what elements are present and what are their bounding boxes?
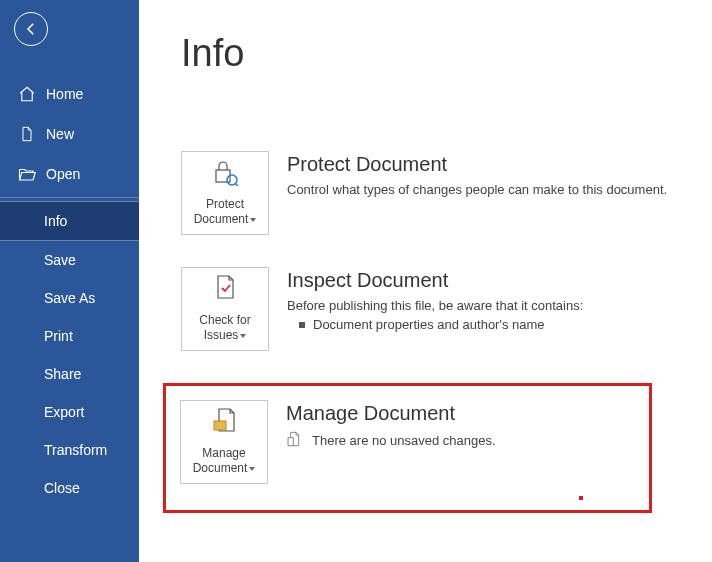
nav-label: Save As [44, 290, 95, 306]
nav-print[interactable]: Print [0, 317, 139, 355]
inspect-desc: Before publishing this file, be aware th… [287, 298, 692, 313]
protect-document-button[interactable]: Protect Document [181, 151, 269, 235]
check-for-issues-button[interactable]: Check for Issues [181, 267, 269, 351]
tile-line1: Manage [202, 446, 245, 462]
page-title: Info [181, 32, 692, 75]
inspect-item: Document properties and author's name [287, 317, 692, 332]
bullet-icon [299, 322, 305, 328]
nav-label: Export [44, 404, 84, 420]
nav-label: New [46, 126, 74, 142]
nav-info[interactable]: Info [0, 201, 139, 241]
inspect-bullet-text: Document properties and author's name [313, 317, 545, 332]
chevron-down-icon [250, 218, 256, 222]
lock-icon [210, 158, 240, 191]
check-document-icon [210, 274, 240, 307]
nav-home[interactable]: Home [0, 74, 139, 114]
manage-highlight: Manage Document Manage Document There ar… [163, 383, 652, 513]
manage-status: There are no unsaved changes. [312, 433, 496, 448]
nav-new[interactable]: New [0, 114, 139, 154]
backstage-sidebar: Home New Open Info Save Save As Print Sh… [0, 0, 139, 562]
tile-line1: Protect [206, 197, 244, 213]
svg-rect-2 [214, 421, 226, 430]
protect-desc: Control what types of changes people can… [287, 182, 692, 197]
nav-save-as[interactable]: Save As [0, 279, 139, 317]
nav-save[interactable]: Save [0, 241, 139, 279]
manage-title: Manage Document [286, 402, 635, 425]
manage-document-button[interactable]: Manage Document [180, 400, 268, 484]
document-icon [18, 125, 36, 143]
nav-label: Home [46, 86, 83, 102]
tile-line2: Document [193, 461, 248, 475]
tile-line2: Document [194, 212, 249, 226]
nav-separator [0, 197, 139, 198]
home-icon [18, 85, 36, 103]
tile-line2: Issues [204, 328, 239, 342]
nav-transform[interactable]: Transform [0, 431, 139, 469]
chevron-down-icon [240, 334, 246, 338]
nav-label: Transform [44, 442, 107, 458]
nav-label: Save [44, 252, 76, 268]
protect-section: Protect Document Protect Document Contro… [181, 151, 692, 235]
nav-label: Print [44, 328, 73, 344]
nav-label: Share [44, 366, 81, 382]
nav-export[interactable]: Export [0, 393, 139, 431]
nav-close[interactable]: Close [0, 469, 139, 507]
back-button[interactable] [14, 12, 48, 46]
chevron-down-icon [249, 467, 255, 471]
manage-section: Manage Document Manage Document There ar… [180, 400, 635, 484]
nav-open[interactable]: Open [0, 154, 139, 194]
nav-label: Open [46, 166, 80, 182]
inspect-section: Check for Issues Inspect Document Before… [181, 267, 692, 351]
info-content: Info Protect Document Protect Document C… [139, 0, 712, 562]
tile-line1: Check for [199, 313, 250, 329]
protect-title: Protect Document [287, 153, 692, 176]
folder-open-icon [18, 165, 36, 183]
nav-label: Info [44, 213, 67, 229]
nav-share[interactable]: Share [0, 355, 139, 393]
nav-label: Close [44, 480, 80, 496]
manage-document-icon [209, 407, 239, 440]
back-arrow-icon [22, 20, 40, 38]
document-small-icon [286, 431, 302, 450]
inspect-title: Inspect Document [287, 269, 692, 292]
